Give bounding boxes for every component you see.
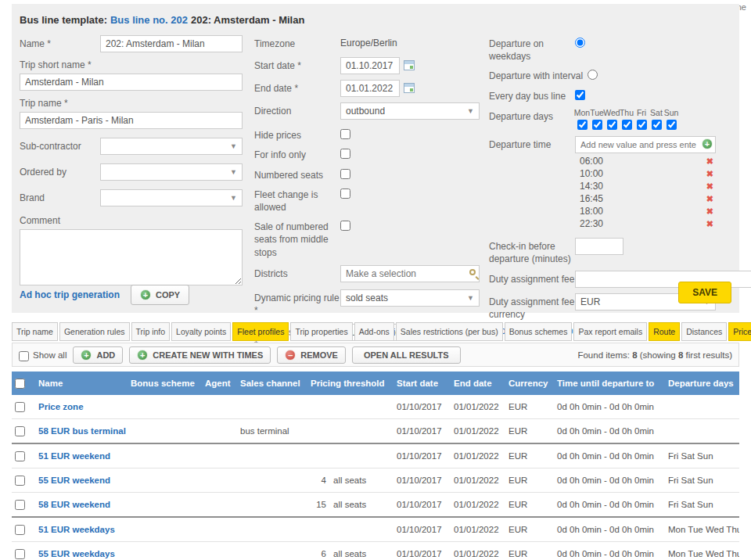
day-checkbox-tue[interactable] xyxy=(592,120,602,130)
direction-select[interactable]: outbound▼ xyxy=(340,102,480,120)
search-icon[interactable] xyxy=(469,269,476,275)
delete-time-icon[interactable]: ✖ xyxy=(706,180,713,192)
bus-line-link[interactable]: Bus line no. 202 xyxy=(110,14,188,26)
row-agent xyxy=(202,395,237,419)
row-time-until-departure: 0d 0h 0min - 0d 0h 0min xyxy=(554,517,665,542)
start-date-input[interactable] xyxy=(340,57,400,74)
name-input[interactable] xyxy=(100,35,243,52)
day-checkbox-sun[interactable] xyxy=(667,120,677,130)
row-sales-channel: bus terminal xyxy=(237,419,307,444)
for-info-only-checkbox[interactable] xyxy=(340,149,350,159)
delete-time-icon[interactable]: ✖ xyxy=(706,167,713,180)
dynamic-pricing-rule-select[interactable]: sold seats▼ xyxy=(340,289,480,307)
row-pricing-threshold: 6all seats xyxy=(307,542,393,560)
numbered-seats-checkbox[interactable] xyxy=(340,169,350,179)
row-end-date: 01/01/2022 xyxy=(451,542,505,560)
row-departure-days: Fri Sat Sun xyxy=(665,493,739,518)
calendar-icon[interactable] xyxy=(404,60,415,70)
day-checkbox-mon[interactable] xyxy=(577,120,588,130)
tab-route[interactable]: Route xyxy=(649,322,680,341)
departure-on-weekdays-radio[interactable] xyxy=(575,38,585,48)
trip-short-name-input[interactable] xyxy=(20,74,243,91)
districts-search-input[interactable] xyxy=(340,265,480,282)
hide-prices-checkbox[interactable] xyxy=(340,129,350,139)
row-checkbox[interactable] xyxy=(15,426,25,436)
column-header: Time until departure to xyxy=(554,372,665,395)
day-checkbox-thu[interactable] xyxy=(622,120,632,130)
trip-name-input[interactable] xyxy=(20,112,243,129)
tab-distances[interactable]: Distances xyxy=(681,322,727,341)
departure-with-interval-label: Departure with interval xyxy=(489,67,583,82)
row-name-link[interactable]: 51 EUR weekdays xyxy=(38,525,115,534)
tab-trip-name[interactable]: Trip name xyxy=(12,322,58,341)
select-all-checkbox[interactable] xyxy=(15,379,25,389)
row-checkbox[interactable] xyxy=(15,549,25,559)
save-button[interactable]: SAVE xyxy=(678,282,731,303)
row-bonus-scheme xyxy=(128,542,202,560)
row-name-link[interactable]: 51 EUR weekend xyxy=(38,451,110,461)
add-button[interactable]: +ADD xyxy=(73,346,123,364)
checkin-minutes-input[interactable] xyxy=(575,238,623,255)
add-time-icon[interactable]: + xyxy=(702,138,713,149)
timezone-label: Timezone xyxy=(254,35,340,50)
every-day-bus-line-checkbox[interactable] xyxy=(575,90,585,100)
tab-fleet-profiles[interactable]: Fleet profiles xyxy=(232,322,289,341)
departure-time-item: 18:00✖ xyxy=(575,205,716,217)
start-date-label: Start date * xyxy=(254,57,340,72)
tab-add-ons[interactable]: Add-ons xyxy=(354,322,394,341)
tab-price-list[interactable]: Price list xyxy=(728,322,751,341)
departure-time-item: 16:45✖ xyxy=(575,192,716,205)
day-checkbox-sat[interactable] xyxy=(652,120,662,130)
open-all-results-button[interactable]: OPEN ALL RESULTS xyxy=(352,346,461,364)
departure-time-input[interactable] xyxy=(575,136,716,153)
copy-button[interactable]: +COPY xyxy=(131,285,189,305)
row-time-until-departure: 0d 0h 0min - 0d 0h 0min xyxy=(554,493,665,518)
show-all-checkbox[interactable] xyxy=(19,351,29,361)
row-name-link[interactable]: 58 EUR weekend xyxy=(38,500,110,509)
row-name-link[interactable]: 55 EUR weekend xyxy=(38,476,110,485)
tab-bonus-schemes[interactable]: Bonus schemes xyxy=(505,322,573,341)
day-checkbox-wed[interactable] xyxy=(607,120,617,130)
delete-time-icon[interactable]: ✖ xyxy=(706,205,713,217)
tab-loyalty-points[interactable]: Loyalty points xyxy=(171,322,231,341)
minus-icon: – xyxy=(285,350,296,361)
create-new-with-times-button[interactable]: +CREATE NEW WITH TIMES xyxy=(129,346,271,364)
row-checkbox[interactable] xyxy=(15,525,25,535)
row-checkbox[interactable] xyxy=(15,500,25,510)
row-agent xyxy=(202,468,237,493)
tab-trip-info[interactable]: Trip info xyxy=(131,322,171,341)
departure-with-interval-radio[interactable] xyxy=(588,70,598,80)
row-departure-days: Fri Sat Sun xyxy=(665,443,739,468)
delete-time-icon[interactable]: ✖ xyxy=(706,155,713,167)
delete-time-icon[interactable]: ✖ xyxy=(706,192,713,205)
form-column-middle: Timezone Europe/Berlin Start date * End … xyxy=(254,35,480,358)
tab-sales-restrictions-per-bus[interactable]: Sales restrictions (per bus) xyxy=(396,322,503,341)
tab-pax-report-emails[interactable]: Pax report emails xyxy=(573,322,647,341)
departure-time-item: 10:00✖ xyxy=(575,167,716,180)
row-checkbox[interactable] xyxy=(15,451,25,461)
sale-numbered-seats-checkbox[interactable] xyxy=(340,221,350,231)
delete-time-icon[interactable]: ✖ xyxy=(706,217,713,230)
calendar-icon[interactable] xyxy=(404,83,415,93)
row-name-link[interactable]: Price zone xyxy=(38,402,84,411)
brand-select[interactable]: ▼ xyxy=(100,189,243,206)
day-checkbox-fri[interactable] xyxy=(637,120,647,130)
checkin-before-departure-label: Check-in before departure (minutes) xyxy=(489,238,575,265)
row-checkbox[interactable] xyxy=(15,402,25,412)
row-name-link[interactable]: 55 EUR weekdays xyxy=(38,549,115,558)
row-currency: EUR xyxy=(505,542,554,560)
tab-generation-rules[interactable]: Generation rules xyxy=(59,322,130,341)
departure-time-label: Departure time xyxy=(489,136,575,151)
row-checkbox[interactable] xyxy=(15,476,25,486)
sub-contractor-select[interactable]: ▼ xyxy=(100,138,243,155)
ad-hoc-trip-generation-link[interactable]: Ad hoc trip generation xyxy=(20,289,120,300)
comment-textarea[interactable] xyxy=(20,229,243,285)
ordered-by-label: Ordered by xyxy=(20,163,100,178)
ordered-by-select[interactable]: ▼ xyxy=(100,163,243,181)
remove-button[interactable]: –REMOVE xyxy=(277,346,346,364)
end-date-input[interactable] xyxy=(340,80,400,97)
fleet-change-checkbox[interactable] xyxy=(340,188,350,199)
tab-trip-properties[interactable]: Trip properties xyxy=(290,322,352,341)
column-header: Start date xyxy=(393,372,451,395)
row-name-link[interactable]: 58 EUR bus terminal xyxy=(38,426,126,436)
